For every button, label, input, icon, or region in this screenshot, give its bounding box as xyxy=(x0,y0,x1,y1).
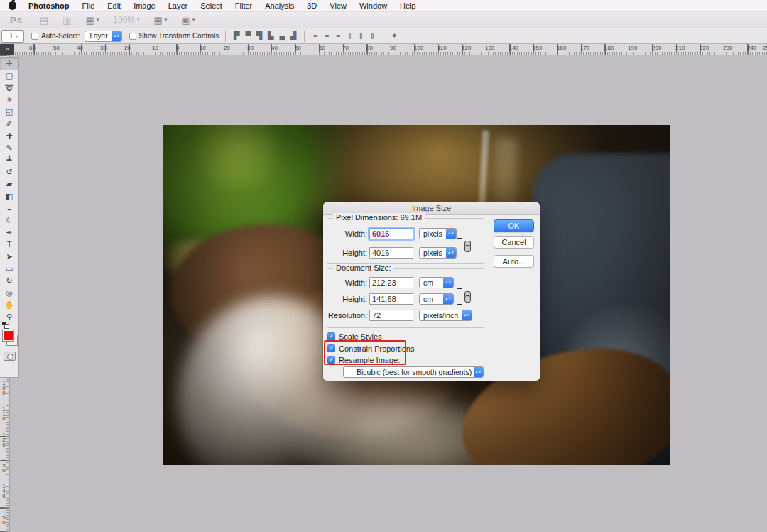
history-brush-tool[interactable]: ↺ xyxy=(0,166,18,178)
auto-select-target-dropdown[interactable]: Layer ▲▼ xyxy=(85,31,121,42)
distribute-right-edges-icon[interactable]: ‖ xyxy=(366,32,378,40)
lasso-tool[interactable]: ➰ xyxy=(0,82,18,94)
document-size-legend: Document Size: xyxy=(333,264,394,272)
scale-styles-checkbox[interactable]: ✓ xyxy=(327,332,335,340)
application-bar: Ps ▤ ▥ ▦▾ 100%▾ ▦▾ ▣▾ xyxy=(0,12,767,28)
ruler-label: 90 xyxy=(390,45,396,51)
menu-edit[interactable]: Edit xyxy=(101,0,127,12)
arrange-documents-button[interactable]: ▦▾ xyxy=(154,15,168,26)
red-highlight-annotation xyxy=(324,340,406,365)
pixel-width-input[interactable] xyxy=(369,228,413,239)
ruler-label: 100 xyxy=(1,380,7,395)
pixel-dimensions-size: 69.1M xyxy=(400,213,422,222)
crop-tool[interactable]: ◱ xyxy=(0,106,18,118)
gradient-tool[interactable]: ◧ xyxy=(0,190,18,202)
distribute-top-edges-icon[interactable]: ≡ xyxy=(310,32,321,40)
move-tool-preset-button[interactable]: ✛ ▾ xyxy=(1,30,24,43)
quick-selection-tool[interactable]: ✳ xyxy=(0,94,18,106)
photoshop-logo: Ps xyxy=(10,15,23,26)
resample-method-dropdown[interactable]: Bicubic (best for smooth gradients) ▲▼ xyxy=(343,366,484,378)
menu-analysis[interactable]: Analysis xyxy=(259,0,300,12)
shape-tool[interactable]: ▭ xyxy=(0,263,18,275)
tool-options-bar: ✛ ▾ Auto-Select: Layer ▲▼ Show Transform… xyxy=(0,28,767,44)
eraser-tool[interactable]: ▰ xyxy=(0,178,18,190)
align-top-edges-icon[interactable]: ▛ xyxy=(231,31,242,40)
document-width-unit-dropdown[interactable]: cm ▲▼ xyxy=(419,277,454,288)
3d-rotate-tool[interactable]: ↻ xyxy=(0,275,18,287)
menu-filter[interactable]: Filter xyxy=(229,0,259,12)
menu-help[interactable]: Help xyxy=(393,0,423,12)
menu-file[interactable]: File xyxy=(75,0,101,12)
pen-tool[interactable]: ✒ xyxy=(0,227,18,239)
document-height-input[interactable] xyxy=(369,293,413,305)
type-tool[interactable]: T xyxy=(0,239,18,251)
align-vertical-centers-icon[interactable]: ▀ xyxy=(242,31,254,40)
distribute-vertical-centers-icon[interactable]: ≡ xyxy=(321,32,332,40)
ruler-label: 50 xyxy=(53,45,60,51)
align-left-edges-icon[interactable]: ▙ xyxy=(265,31,276,40)
pixel-height-unit-dropdown[interactable]: pixels ▲▼ xyxy=(419,247,457,259)
dropdown-stepper-icon: ▲▼ xyxy=(462,310,472,320)
menu-layer[interactable]: Layer xyxy=(162,0,195,12)
mini-bridge-icon[interactable]: ▥ xyxy=(62,15,71,26)
ruler-label: 230 xyxy=(723,45,732,51)
menu-view[interactable]: View xyxy=(323,0,353,12)
cancel-button[interactable]: Cancel xyxy=(494,236,534,249)
spot-healing-brush-tool[interactable]: ✚ xyxy=(0,130,18,142)
quick-mask-button[interactable] xyxy=(4,352,16,361)
resolution-input[interactable] xyxy=(369,310,413,321)
width-label: Width: xyxy=(327,278,367,287)
ruler-origin-box: » xyxy=(0,44,14,55)
bridge-icon[interactable]: ▤ xyxy=(40,15,48,26)
align-horizontal-centers-icon[interactable]: ▄ xyxy=(276,31,288,40)
distribute-horizontal-centers-icon[interactable]: ‖ xyxy=(355,32,366,40)
resolution-unit-dropdown[interactable]: pixels/inch ▲▼ xyxy=(419,310,472,321)
align-right-edges-icon[interactable]: ▟ xyxy=(288,31,299,40)
auto-select-checkbox[interactable] xyxy=(31,33,38,40)
zoom-level-dropdown[interactable]: 100%▾ xyxy=(113,15,139,25)
ruler-label: 120 xyxy=(1,432,7,447)
pixel-height-input[interactable] xyxy=(369,247,413,259)
foreground-color-swatch[interactable] xyxy=(2,330,14,342)
align-bottom-edges-icon[interactable]: ▜ xyxy=(254,31,265,40)
auto-button[interactable]: Auto... xyxy=(494,255,534,268)
distribute-left-edges-icon[interactable]: ‖ xyxy=(344,32,355,40)
view-extras-button[interactable]: ▦▾ xyxy=(86,15,99,26)
menu-window[interactable]: Window xyxy=(353,0,393,12)
brush-tool[interactable]: ✎ xyxy=(0,142,18,154)
ruler-label: 50 xyxy=(295,45,301,51)
menu-3d[interactable]: 3D xyxy=(300,0,323,12)
ok-button[interactable]: OK xyxy=(494,219,534,232)
ruler-label: 60 xyxy=(319,45,325,51)
blur-tool[interactable]: ◒ xyxy=(0,202,18,215)
default-swatches-icon[interactable] xyxy=(2,322,9,328)
dodge-tool[interactable]: ☾ xyxy=(0,215,18,227)
document-width-input[interactable] xyxy=(369,277,413,288)
clone-stamp-tool[interactable]: ┻ xyxy=(0,154,18,166)
divider xyxy=(304,31,305,42)
auto-align-layers-button[interactable]: ✦ xyxy=(388,31,400,40)
chevron-down-icon: ▾ xyxy=(16,33,18,38)
distribute-bottom-edges-icon[interactable]: ≡ xyxy=(332,32,344,40)
ruler-label: 110 xyxy=(437,45,447,51)
distribute-buttons: ≡≡≡‖‖‖ xyxy=(310,32,378,40)
menu-photoshop[interactable]: Photoshop xyxy=(22,0,75,12)
pixel-width-unit-dropdown[interactable]: pixels ▲▼ xyxy=(419,228,457,239)
document-height-unit-dropdown[interactable]: cm ▲▼ xyxy=(419,293,454,305)
hand-tool[interactable]: ✋ xyxy=(0,299,18,311)
menu-select[interactable]: Select xyxy=(194,0,229,12)
ruler-label: 170 xyxy=(580,45,589,51)
apple-icon[interactable] xyxy=(9,1,16,10)
ruler-label: 40 xyxy=(271,45,278,51)
screen-mode-button[interactable]: ▣▾ xyxy=(181,15,195,26)
marquee-tool[interactable]: ▢ xyxy=(0,70,18,82)
show-transform-controls-checkbox[interactable] xyxy=(129,33,136,40)
divider xyxy=(225,31,226,42)
3d-orbit-tool[interactable]: ◎ xyxy=(0,287,18,299)
menu-image[interactable]: Image xyxy=(127,0,162,12)
eyedropper-tool[interactable]: ✐ xyxy=(0,118,18,130)
move-tool[interactable]: ✛ xyxy=(0,58,18,70)
ruler-label: 250 xyxy=(763,45,767,51)
path-selection-tool[interactable]: ➤ xyxy=(0,251,18,263)
ruler-label: 180 xyxy=(604,45,614,51)
